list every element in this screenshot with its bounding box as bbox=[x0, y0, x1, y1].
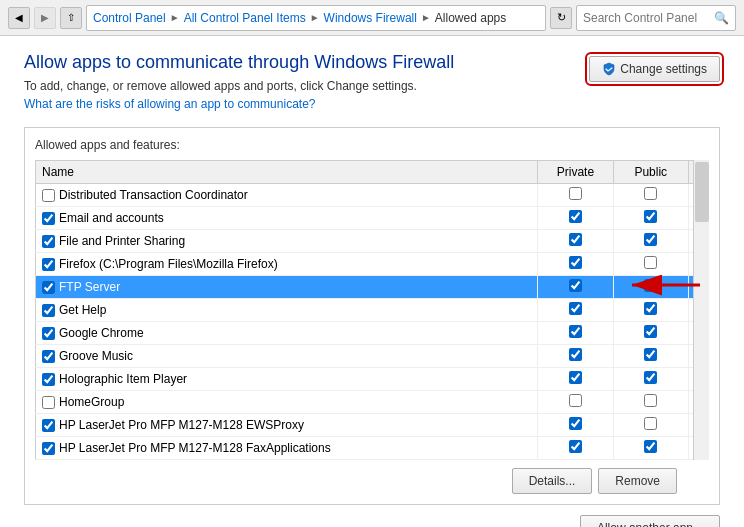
private-checkbox[interactable] bbox=[569, 394, 582, 407]
private-checkbox[interactable] bbox=[569, 279, 582, 292]
table-cell-name: HP LaserJet Pro MFP M127-M128 EWSProxy bbox=[36, 414, 538, 437]
row-name-label: Groove Music bbox=[59, 349, 133, 363]
details-button[interactable]: Details... bbox=[512, 468, 593, 494]
col-header-public: Public bbox=[613, 161, 688, 184]
private-checkbox[interactable] bbox=[569, 440, 582, 453]
row-checkbox[interactable] bbox=[42, 281, 55, 294]
public-checkbox[interactable] bbox=[644, 348, 657, 361]
row-checkbox[interactable] bbox=[42, 373, 55, 386]
row-name-label: HP LaserJet Pro MFP M127-M128 FaxApplica… bbox=[59, 441, 331, 455]
table-row[interactable]: Holographic Item Player bbox=[36, 368, 709, 391]
table-header-row: Name Private Public bbox=[36, 161, 709, 184]
table-cell-name: FTP Server bbox=[36, 276, 538, 299]
search-box[interactable]: 🔍 bbox=[576, 5, 736, 31]
private-checkbox[interactable] bbox=[569, 256, 582, 269]
row-checkbox[interactable] bbox=[42, 442, 55, 455]
private-checkbox[interactable] bbox=[569, 371, 582, 384]
public-checkbox[interactable] bbox=[644, 302, 657, 315]
public-checkbox[interactable] bbox=[644, 187, 657, 200]
public-checkbox[interactable] bbox=[644, 440, 657, 453]
private-checkbox[interactable] bbox=[569, 302, 582, 315]
breadcrumb-sep-3: ► bbox=[421, 12, 431, 23]
row-name-label: Holographic Item Player bbox=[59, 372, 187, 386]
row-name-label: HomeGroup bbox=[59, 395, 124, 409]
remove-button[interactable]: Remove bbox=[598, 468, 677, 494]
table-cell-private bbox=[538, 368, 613, 391]
private-checkbox[interactable] bbox=[569, 187, 582, 200]
table-cell-public bbox=[613, 368, 688, 391]
col-header-private: Private bbox=[538, 161, 613, 184]
forward-button[interactable]: ▶ bbox=[34, 7, 56, 29]
table-row[interactable]: HomeGroup bbox=[36, 391, 709, 414]
table-row[interactable]: HP LaserJet Pro MFP M127-M128 EWSProxy bbox=[36, 414, 709, 437]
search-icon: 🔍 bbox=[714, 11, 729, 25]
table-row[interactable]: Firefox (C:\Program Files\Mozilla Firefo… bbox=[36, 253, 709, 276]
app-table: Name Private Public Distributed Transact… bbox=[35, 160, 709, 460]
table-cell-name: Google Chrome bbox=[36, 322, 538, 345]
public-checkbox[interactable] bbox=[644, 279, 657, 292]
private-checkbox[interactable] bbox=[569, 210, 582, 223]
public-checkbox[interactable] bbox=[644, 394, 657, 407]
breadcrumb-all-items[interactable]: All Control Panel Items bbox=[184, 11, 306, 25]
breadcrumb-firewall[interactable]: Windows Firewall bbox=[324, 11, 417, 25]
up-button[interactable]: ⇧ bbox=[60, 7, 82, 29]
public-checkbox[interactable] bbox=[644, 256, 657, 269]
breadcrumb-control-panel[interactable]: Control Panel bbox=[93, 11, 166, 25]
private-checkbox[interactable] bbox=[569, 233, 582, 246]
scrollbar-track[interactable] bbox=[693, 160, 709, 460]
shield-icon bbox=[602, 62, 616, 76]
row-name-label: Email and accounts bbox=[59, 211, 164, 225]
private-checkbox[interactable] bbox=[569, 417, 582, 430]
table-row[interactable]: Google Chrome bbox=[36, 322, 709, 345]
row-checkbox[interactable] bbox=[42, 258, 55, 271]
table-cell-public bbox=[613, 437, 688, 460]
row-checkbox[interactable] bbox=[42, 235, 55, 248]
breadcrumb-current: Allowed apps bbox=[435, 11, 506, 25]
public-checkbox[interactable] bbox=[644, 325, 657, 338]
row-checkbox[interactable] bbox=[42, 189, 55, 202]
row-checkbox[interactable] bbox=[42, 304, 55, 317]
change-settings-button[interactable]: Change settings bbox=[589, 56, 720, 82]
table-cell-private bbox=[538, 414, 613, 437]
public-checkbox[interactable] bbox=[644, 233, 657, 246]
table-cell-private bbox=[538, 322, 613, 345]
table-row[interactable]: Distributed Transaction Coordinator bbox=[36, 184, 709, 207]
row-name-label: Firefox (C:\Program Files\Mozilla Firefo… bbox=[59, 257, 278, 271]
table-cell-public bbox=[613, 276, 688, 299]
row-checkbox[interactable] bbox=[42, 212, 55, 225]
table-row[interactable]: Email and accounts bbox=[36, 207, 709, 230]
table-cell-private bbox=[538, 207, 613, 230]
table-row[interactable]: HP LaserJet Pro MFP M127-M128 FaxApplica… bbox=[36, 437, 709, 460]
main-content: Allow apps to communicate through Window… bbox=[0, 36, 744, 527]
private-checkbox[interactable] bbox=[569, 325, 582, 338]
public-checkbox[interactable] bbox=[644, 417, 657, 430]
table-row[interactable]: Groove Music bbox=[36, 345, 709, 368]
details-remove-row: Details... Remove bbox=[35, 468, 693, 494]
back-button[interactable]: ◀ bbox=[8, 7, 30, 29]
table-row[interactable]: File and Printer Sharing bbox=[36, 230, 709, 253]
table-cell-public bbox=[613, 207, 688, 230]
table-cell-name: Firefox (C:\Program Files\Mozilla Firefo… bbox=[36, 253, 538, 276]
row-checkbox[interactable] bbox=[42, 419, 55, 432]
public-checkbox[interactable] bbox=[644, 210, 657, 223]
table-row[interactable]: FTP Server bbox=[36, 276, 709, 299]
row-checkbox[interactable] bbox=[42, 396, 55, 409]
public-checkbox[interactable] bbox=[644, 371, 657, 384]
refresh-button[interactable]: ↻ bbox=[550, 7, 572, 29]
app-list-container: Allowed apps and features: Name Private … bbox=[24, 127, 720, 505]
table-cell-private bbox=[538, 230, 613, 253]
private-checkbox[interactable] bbox=[569, 348, 582, 361]
row-name-label: Get Help bbox=[59, 303, 106, 317]
row-checkbox[interactable] bbox=[42, 350, 55, 363]
table-cell-public bbox=[613, 299, 688, 322]
risks-link[interactable]: What are the risks of allowing an app to… bbox=[24, 97, 315, 111]
table-cell-private bbox=[538, 391, 613, 414]
search-input[interactable] bbox=[583, 11, 710, 25]
row-checkbox[interactable] bbox=[42, 327, 55, 340]
scrollbar-thumb[interactable] bbox=[695, 162, 709, 222]
breadcrumb: Control Panel ► All Control Panel Items … bbox=[86, 5, 546, 31]
breadcrumb-nav: ◀ ▶ ⇧ Control Panel ► All Control Panel … bbox=[8, 5, 572, 31]
table-row[interactable]: Get Help bbox=[36, 299, 709, 322]
allow-another-button[interactable]: Allow another app... bbox=[580, 515, 720, 527]
titlebar: ◀ ▶ ⇧ Control Panel ► All Control Panel … bbox=[0, 0, 744, 36]
